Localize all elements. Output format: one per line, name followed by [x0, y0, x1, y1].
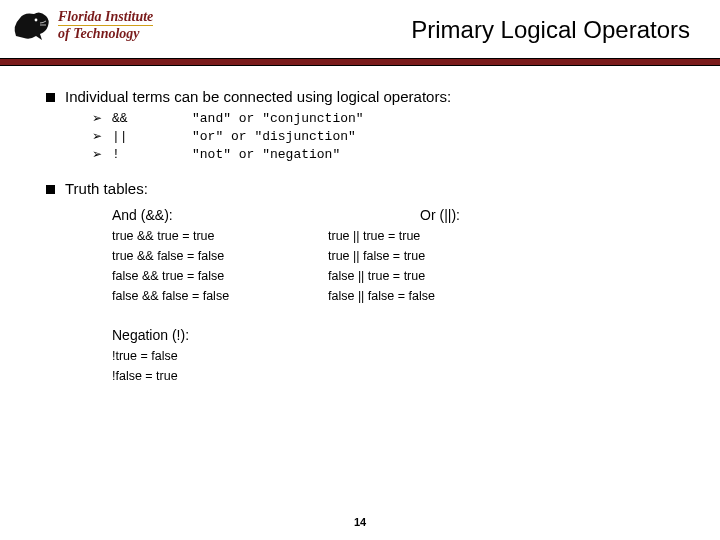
institution-line1: Florida Institute: [58, 10, 153, 24]
table-row: true || true = true: [328, 229, 528, 243]
negation-table: Negation (!): !true = false !false = tru…: [112, 327, 674, 383]
table-row: false && true = false: [112, 269, 312, 283]
triangle-bullet-icon: ➢: [92, 148, 104, 160]
triangle-bullet-icon: ➢: [92, 130, 104, 142]
operator-list: ➢ && "and" or "conjunction" ➢ || "or" or…: [92, 111, 674, 162]
page-number: 14: [0, 516, 720, 528]
bullet-intro: Individual terms can be connected using …: [46, 88, 674, 105]
svg-point-0: [35, 19, 38, 22]
table-row: true && false = false: [112, 249, 312, 263]
bullet-truth-tables: Truth tables:: [46, 180, 674, 197]
table-row: false && false = false: [112, 289, 312, 303]
table-row: true && true = true: [112, 229, 312, 243]
slide-header: Florida Institute of Technology Primary …: [0, 0, 720, 64]
truth-tables: And (&&): true && true = true true && fa…: [112, 207, 674, 309]
operator-symbol: ||: [112, 129, 192, 144]
operator-desc: "or" or "disjunction": [192, 129, 356, 144]
operator-symbol: !: [112, 147, 192, 162]
bullet-intro-text: Individual terms can be connected using …: [65, 88, 451, 105]
table-row: !false = true: [112, 369, 674, 383]
table-row: true || false = true: [328, 249, 528, 263]
page-title: Primary Logical Operators: [411, 16, 690, 44]
triangle-bullet-icon: ➢: [92, 112, 104, 124]
header-divider: [0, 58, 720, 66]
operator-symbol: &&: [112, 111, 192, 126]
institution-logo: Florida Institute of Technology: [10, 6, 153, 46]
square-bullet-icon: [46, 185, 55, 194]
list-item: ➢ && "and" or "conjunction": [92, 111, 674, 126]
institution-line2: of Technology: [58, 25, 153, 41]
table-row: false || false = false: [328, 289, 528, 303]
or-table-title: Or (||):: [328, 207, 528, 223]
table-row: !true = false: [112, 349, 674, 363]
table-row: false || true = true: [328, 269, 528, 283]
slide-body: Individual terms can be connected using …: [0, 64, 720, 383]
negation-table-title: Negation (!):: [112, 327, 674, 343]
list-item: ➢ ! "not" or "negation": [92, 147, 674, 162]
panther-icon: [10, 6, 54, 46]
and-table-title: And (&&):: [112, 207, 312, 223]
operator-desc: "not" or "negation": [192, 147, 340, 162]
square-bullet-icon: [46, 93, 55, 102]
or-table: Or (||): true || true = true true || fal…: [328, 207, 528, 309]
institution-name: Florida Institute of Technology: [58, 10, 153, 41]
bullet-truth-text: Truth tables:: [65, 180, 148, 197]
operator-desc: "and" or "conjunction": [192, 111, 364, 126]
list-item: ➢ || "or" or "disjunction": [92, 129, 674, 144]
and-table: And (&&): true && true = true true && fa…: [112, 207, 312, 309]
